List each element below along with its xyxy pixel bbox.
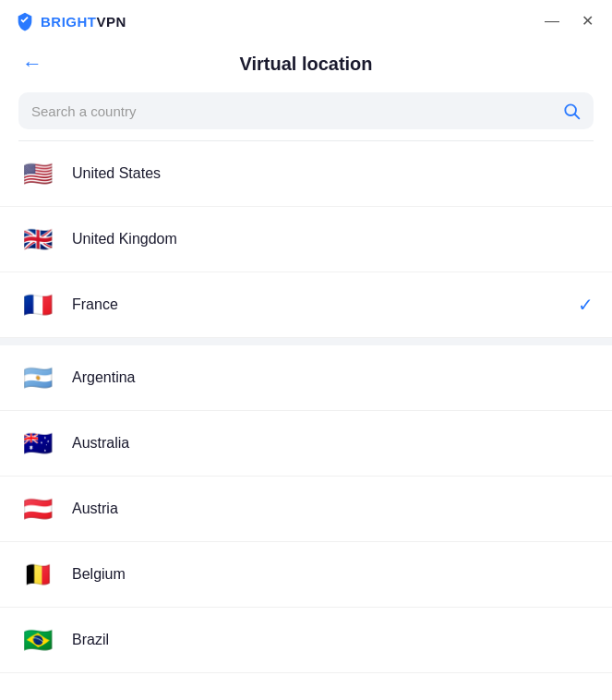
country-list: 🇺🇸 United States 🇬🇧 United Kingdom 🇫🇷 Fr… [0, 141, 612, 675]
country-name: Australia [72, 435, 129, 452]
list-item[interactable]: 🇦🇹 Austria [0, 477, 612, 542]
flag-icon: 🇦🇺 [18, 424, 57, 463]
list-item[interactable]: 🇦🇷 Argentina [0, 345, 612, 411]
close-button[interactable]: ✕ [578, 12, 597, 30]
flag-icon: 🇧🇷 [18, 621, 57, 659]
list-item[interactable]: 🇧🇬 Bulgaria [0, 673, 612, 675]
logo: BRIGHTVPN [15, 11, 126, 31]
popular-countries: 🇺🇸 United States 🇬🇧 United Kingdom 🇫🇷 Fr… [0, 141, 612, 338]
back-button[interactable]: ← [18, 50, 46, 78]
logo-text: BRIGHTVPN [41, 14, 126, 30]
page-title: Virtual location [239, 54, 372, 75]
list-item[interactable]: 🇬🇧 United Kingdom [0, 207, 612, 272]
selected-checkmark: ✓ [578, 294, 594, 316]
section-separator [0, 338, 612, 345]
flag-icon: 🇺🇸 [18, 154, 57, 193]
country-name: France [72, 296, 118, 313]
flag-icon: 🇧🇪 [18, 555, 57, 594]
minimize-button[interactable]: — [541, 12, 563, 30]
flag-icon: 🇬🇧 [18, 220, 57, 259]
flag-icon: 🇦🇷 [18, 358, 57, 397]
page-header: ← Virtual location [0, 42, 612, 92]
search-icon [562, 102, 581, 120]
list-item[interactable]: 🇫🇷 France ✓ [0, 272, 612, 338]
country-name: Austria [72, 501, 118, 517]
window-controls: — ✕ [541, 12, 597, 30]
list-item[interactable]: 🇧🇪 Belgium [0, 542, 612, 608]
country-name: Brazil [72, 632, 109, 648]
logo-shield-icon [15, 11, 35, 31]
search-box [18, 92, 594, 129]
search-input[interactable] [31, 103, 555, 119]
flag-icon: 🇦🇹 [18, 489, 57, 528]
list-item[interactable]: 🇧🇷 Brazil [0, 608, 612, 673]
country-name: Argentina [72, 369, 136, 386]
list-item[interactable]: 🇺🇸 United States [0, 141, 612, 207]
svg-line-1 [575, 115, 580, 119]
all-countries: 🇦🇷 Argentina 🇦🇺 Australia 🇦🇹 Austria 🇧🇪 … [0, 345, 612, 675]
country-name: Belgium [72, 566, 126, 583]
flag-icon: 🇫🇷 [18, 285, 57, 324]
list-item[interactable]: 🇦🇺 Australia [0, 411, 612, 477]
country-name: United Kingdom [72, 231, 177, 247]
country-name: United States [72, 165, 161, 182]
search-button[interactable] [562, 102, 581, 120]
title-bar: BRIGHTVPN — ✕ [0, 0, 612, 42]
search-area [0, 92, 612, 140]
